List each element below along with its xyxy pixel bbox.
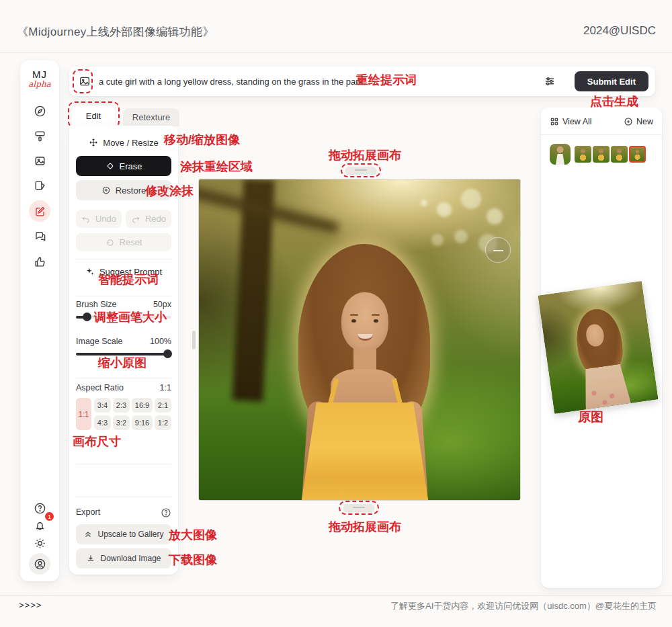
history-thumbnail[interactable] bbox=[611, 146, 628, 163]
page-title: 《Midjourney上线外部图像编辑功能》 bbox=[17, 24, 214, 40]
mj-logo: MJ bbox=[20, 69, 59, 80]
move-resize-button[interactable]: Move / Resize bbox=[76, 133, 171, 152]
ratio-option[interactable]: 1:2 bbox=[155, 415, 171, 430]
download-annotation: 下载图像 bbox=[169, 552, 217, 568]
prompt-annotation: 重绘提示词 bbox=[356, 72, 417, 88]
credit-label: 2024@UISDC bbox=[583, 24, 656, 38]
drag-bottom-annotation: 拖动拓展画布 bbox=[329, 519, 401, 535]
new-button[interactable]: New bbox=[624, 117, 653, 126]
history-thumbnail[interactable] bbox=[550, 144, 571, 165]
footer-credit: 了解更多AI干货内容，欢迎访问优设网（uisdc.com）@夏花生的主页 bbox=[390, 600, 657, 612]
brush-slider-thumb[interactable] bbox=[83, 312, 91, 321]
drag-bottom-annotation-box bbox=[339, 501, 379, 515]
notification-badge: 1 bbox=[45, 512, 54, 521]
like-icon[interactable] bbox=[29, 251, 50, 272]
history-thumbnail[interactable] bbox=[575, 146, 591, 163]
move-annotation: 移动/缩放图像 bbox=[164, 132, 240, 148]
ratio-option[interactable]: 9:16 bbox=[132, 415, 153, 430]
chat-icon[interactable] bbox=[29, 225, 50, 247]
original-image-annotation: 原图 bbox=[578, 409, 603, 426]
brush-size-label: Brush Size bbox=[76, 300, 116, 309]
bokeh-lights bbox=[421, 200, 427, 206]
panel-scrollbar[interactable] bbox=[192, 331, 196, 349]
theme-icon[interactable] bbox=[29, 532, 50, 554]
edit-tab-annotation-box bbox=[68, 101, 120, 128]
aspect-annotation: 画布尺寸 bbox=[73, 433, 121, 450]
history-thumbnail-selected[interactable] bbox=[629, 146, 646, 163]
erase-button[interactable]: Erase bbox=[76, 156, 171, 176]
prompt-icon-annotation-box bbox=[73, 69, 93, 93]
upscale-annotation: 放大图像 bbox=[169, 527, 217, 543]
undo-button[interactable]: Undo bbox=[76, 210, 122, 228]
girl-face bbox=[341, 292, 388, 351]
scale-annotation: 缩小原图 bbox=[98, 355, 146, 371]
yellow-dress bbox=[301, 403, 429, 501]
redo-label: Redo bbox=[145, 214, 166, 224]
ratio-option[interactable]: 4:3 bbox=[94, 415, 111, 430]
drag-top-annotation-box bbox=[341, 163, 381, 177]
redo-button[interactable]: Redo bbox=[126, 210, 171, 228]
edit-icon[interactable] bbox=[29, 200, 50, 222]
image-icon[interactable] bbox=[29, 150, 50, 171]
history-thumbnail[interactable] bbox=[593, 146, 610, 163]
erase-annotation: 涂抹重绘区域 bbox=[180, 159, 253, 175]
scale-slider-thumb[interactable] bbox=[163, 349, 172, 358]
girl-brow bbox=[372, 314, 380, 316]
submit-annotation: 点击生成 bbox=[590, 93, 638, 110]
drag-top-annotation: 拖动拓展画布 bbox=[329, 147, 401, 163]
ratio-option[interactable]: 2:3 bbox=[113, 398, 130, 413]
aspect-ratio-grid: 1:1 3:4 2:3 16:9 2:1 4:3 3:2 9:16 1:2 bbox=[76, 398, 171, 430]
panel-divider bbox=[76, 378, 171, 378]
beige-dress bbox=[580, 364, 631, 410]
image-scale-value: 100% bbox=[150, 337, 171, 346]
edit-canvas[interactable] bbox=[198, 179, 521, 501]
reset-label: Reset bbox=[120, 237, 142, 247]
account-icon[interactable] bbox=[29, 553, 50, 575]
upscale-label: Upscale to Gallery bbox=[97, 530, 163, 539]
panel-divider bbox=[76, 259, 171, 259]
aspect-ratio-row: Aspect Ratio 1:1 bbox=[76, 383, 171, 392]
panel-divider bbox=[76, 296, 171, 296]
ratio-option-selected[interactable]: 1:1 bbox=[76, 398, 91, 430]
image-scale-row: Image Scale 100% bbox=[76, 337, 171, 346]
compass-icon[interactable] bbox=[29, 100, 50, 122]
girl-eye bbox=[351, 319, 356, 323]
girl-smile bbox=[358, 334, 373, 341]
upscale-to-gallery-button[interactable]: Upscale to Gallery bbox=[76, 524, 171, 544]
aspect-ratio-label: Aspect Ratio bbox=[76, 383, 124, 392]
reset-button[interactable]: Reset bbox=[76, 233, 171, 251]
tab-retexture[interactable]: Retexture bbox=[123, 108, 179, 126]
new-label: New bbox=[636, 117, 653, 126]
ratio-option[interactable]: 3:2 bbox=[113, 415, 130, 430]
settings-sliders-icon[interactable] bbox=[544, 75, 556, 87]
export-help-icon[interactable] bbox=[161, 507, 171, 518]
mj-alpha-label: alpha bbox=[20, 79, 59, 89]
view-all-label: View All bbox=[562, 117, 592, 126]
aspect-ratio-current: 1:1 bbox=[160, 383, 171, 392]
sidebar: MJ alpha 1 bbox=[20, 60, 59, 581]
suggest-annotation: 智能提示词 bbox=[98, 271, 159, 288]
footer-divider bbox=[0, 595, 672, 595]
export-label: Export bbox=[76, 507, 100, 518]
panel-divider bbox=[76, 497, 171, 497]
brush-annotation: 调整画笔大小 bbox=[94, 309, 167, 325]
download-label: Download Image bbox=[100, 554, 161, 563]
organize-icon[interactable] bbox=[29, 175, 50, 196]
view-all-button[interactable]: View All bbox=[550, 117, 592, 126]
canvas-zoom-control[interactable] bbox=[485, 237, 511, 263]
brush-size-row: Brush Size 50px bbox=[76, 300, 171, 309]
undo-label: Undo bbox=[95, 214, 116, 224]
submit-edit-button[interactable]: Submit Edit bbox=[575, 71, 648, 91]
download-image-button[interactable]: Download Image bbox=[76, 548, 171, 569]
export-row: Export bbox=[76, 507, 171, 518]
erase-label: Erase bbox=[120, 161, 142, 171]
image-scale-label: Image Scale bbox=[76, 337, 122, 346]
ratio-option[interactable]: 3:4 bbox=[94, 398, 111, 413]
prompt-input[interactable]: a cute girl with a long yellow dress, st… bbox=[99, 77, 363, 87]
girl-brow bbox=[350, 314, 358, 316]
ratio-option[interactable]: 2:1 bbox=[155, 398, 171, 413]
girl-eye bbox=[374, 319, 378, 323]
ratio-option[interactable]: 16:9 bbox=[132, 398, 153, 413]
paintbrush-icon[interactable] bbox=[29, 125, 50, 147]
restore-label: Restore bbox=[116, 185, 146, 196]
